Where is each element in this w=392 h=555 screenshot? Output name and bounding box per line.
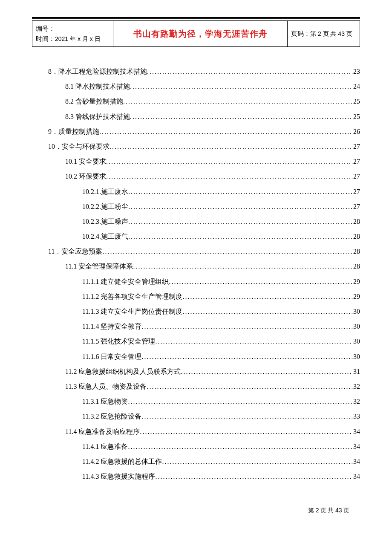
toc-leader: [128, 394, 352, 409]
toc-leader: [110, 139, 352, 154]
toc-entry[interactable]: 11.1.2 完善各项安全生产管理制度 29: [32, 289, 360, 304]
toc-entry[interactable]: 11.4.2 应急救援的总体工作 34: [32, 454, 360, 469]
toc-leader: [123, 94, 352, 109]
toc-page-number: 30: [352, 319, 360, 334]
toc-page-number: 30: [352, 334, 360, 349]
toc-page-number: 28: [352, 259, 360, 274]
toc-page-number: 27: [352, 184, 360, 199]
toc-label: 11.1.6 日常安全管理: [82, 349, 141, 364]
toc-leader: [106, 169, 352, 184]
toc-label: 11.3 应急人员、物资及设备: [65, 379, 147, 394]
toc-label: 8.2 含砂量控制措施: [65, 94, 123, 109]
toc-entry[interactable]: 11.4.3 应急救援实施程序 34: [32, 469, 360, 484]
header-table: 编号： 时间：2021 年 x 月 x 日 书山有路勤为径，学海无涯苦作舟 页码…: [32, 20, 360, 47]
toc-leader: [99, 124, 352, 139]
table-of-contents: 8．降水工程危险源控制技术措施238.1 降水控制技术措施248.2 含砂量控制…: [32, 64, 360, 484]
toc-leader: [147, 379, 352, 394]
toc-entry[interactable]: 10.2.3.施工噪声28: [32, 214, 360, 229]
toc-entry[interactable]: 11．安全应急预案28: [32, 244, 360, 259]
toc-label: 11.4.2 应急救援的总体工作: [82, 454, 162, 469]
toc-entry[interactable]: 11.3.1 应急物资 32: [32, 394, 360, 409]
toc-label: 11.1.4 坚持安全教育: [82, 319, 141, 334]
serial-label: 编号：: [36, 25, 55, 32]
toc-label: 11.4.3 应急救援实施程序: [82, 469, 155, 484]
toc-entry[interactable]: 11.2 应急救援组织机构及人员联系方式31: [32, 364, 360, 379]
toc-page-number: 33: [352, 409, 360, 424]
toc-leader: [181, 364, 352, 379]
toc-entry[interactable]: 11.1 安全管理保障体系28: [32, 259, 360, 274]
toc-page-number: 25: [352, 94, 360, 109]
toc-page-number: 31: [352, 364, 360, 379]
toc-page-number: 25: [352, 109, 360, 124]
top-rule: [32, 17, 360, 19]
toc-entry[interactable]: 11.1.4 坚持安全教育 30: [32, 319, 360, 334]
page-label-prefix: 页码：: [291, 30, 310, 37]
footer-prefix: 第: [308, 507, 316, 514]
toc-page-number: 29: [352, 289, 360, 304]
toc-entry[interactable]: 11.3 应急人员、物资及设备32: [32, 379, 360, 394]
toc-leader: [130, 109, 352, 124]
toc-leader: [182, 289, 352, 304]
toc-page-number: 26: [352, 124, 360, 139]
toc-entry[interactable]: 8．降水工程危险源控制技术措施23: [32, 64, 360, 79]
toc-label: 10.1 安全要求: [65, 154, 106, 169]
toc-leader: [155, 469, 352, 484]
toc-entry[interactable]: 8.2 含砂量控制措施25: [32, 94, 360, 109]
toc-leader: [102, 244, 352, 259]
toc-label: 10.2.4.施工废气: [82, 229, 128, 244]
toc-page-number: 34: [352, 454, 360, 469]
toc-page-number: 32: [352, 394, 360, 409]
toc-leader: [162, 454, 352, 469]
toc-entry[interactable]: 10.2.4.施工废气28: [32, 229, 360, 244]
toc-label: 11.1.3 建立安全生产岗位责任制度: [82, 304, 182, 319]
toc-label: 10.2.1.施工废水: [82, 184, 128, 199]
toc-page-number: 34: [352, 469, 360, 484]
time-value: 2021 年 x 月 x 日: [55, 35, 101, 42]
toc-entry[interactable]: 11.4 应急准备及响应程序34: [32, 424, 360, 439]
toc-page-number: 28: [352, 214, 360, 229]
toc-entry[interactable]: 11.1.3 建立安全生产岗位责任制度 30: [32, 304, 360, 319]
toc-label: 11.2 应急救援组织机构及人员联系方式: [65, 364, 181, 379]
toc-entry[interactable]: 10．安全与环保要求27: [32, 139, 360, 154]
toc-page-number: 34: [352, 439, 360, 454]
toc-label: 11.1.5 强化技术安全管理: [82, 334, 155, 349]
toc-leader: [130, 79, 352, 94]
toc-leader: [147, 64, 352, 79]
footer-mid: 页 共: [319, 507, 335, 514]
toc-label: 11.1.2 完善各项安全生产管理制度: [82, 289, 182, 304]
toc-label: 11.4 应急准备及响应程序: [65, 424, 140, 439]
toc-leader: [140, 424, 352, 439]
toc-page-number: 27: [352, 139, 360, 154]
toc-leader: [128, 229, 352, 244]
toc-page-number: 34: [352, 424, 360, 439]
toc-label: 8.3 管线保护技术措施: [65, 109, 130, 124]
toc-label: 11.1.1 建立健全安全管理组织: [82, 274, 169, 289]
toc-page-number: 32: [352, 379, 360, 394]
toc-entry[interactable]: 11.1.5 强化技术安全管理 30: [32, 334, 360, 349]
toc-page-number: 30: [352, 349, 360, 364]
toc-label: 8.1 降水控制技术措施: [65, 79, 130, 94]
toc-page-number: 28: [352, 229, 360, 244]
toc-label: 11．安全应急预案: [48, 244, 102, 259]
toc-leader: [141, 349, 352, 364]
toc-entry[interactable]: 11.3.2 应急抢险设备 33: [32, 409, 360, 424]
toc-label: 10.2 环保要求: [65, 169, 106, 184]
toc-entry[interactable]: 11.4.1 应急准备 34: [32, 439, 360, 454]
toc-entry[interactable]: 10.2.1.施工废水27: [32, 184, 360, 199]
toc-entry[interactable]: 8.3 管线保护技术措施25: [32, 109, 360, 124]
header-motto: 书山有路勤为径，学海无涯苦作舟: [113, 21, 288, 47]
toc-entry[interactable]: 9．质量控制措施26: [32, 124, 360, 139]
toc-page-number: 24: [352, 79, 360, 94]
toc-entry[interactable]: 10.2.2.施工粉尘27: [32, 199, 360, 214]
toc-leader: [106, 154, 352, 169]
toc-entry[interactable]: 8.1 降水控制技术措施24: [32, 79, 360, 94]
toc-entry[interactable]: 11.1.6 日常安全管理 30: [32, 349, 360, 364]
toc-entry[interactable]: 11.1.1 建立健全安全管理组织 29: [32, 274, 360, 289]
toc-leader: [128, 184, 352, 199]
toc-entry[interactable]: 10.1 安全要求27: [32, 154, 360, 169]
toc-label: 11.3.2 应急抢险设备: [82, 409, 141, 424]
toc-leader: [133, 259, 352, 274]
toc-leader: [169, 274, 352, 289]
toc-page-number: 30: [352, 304, 360, 319]
toc-entry[interactable]: 10.2 环保要求27: [32, 169, 360, 184]
